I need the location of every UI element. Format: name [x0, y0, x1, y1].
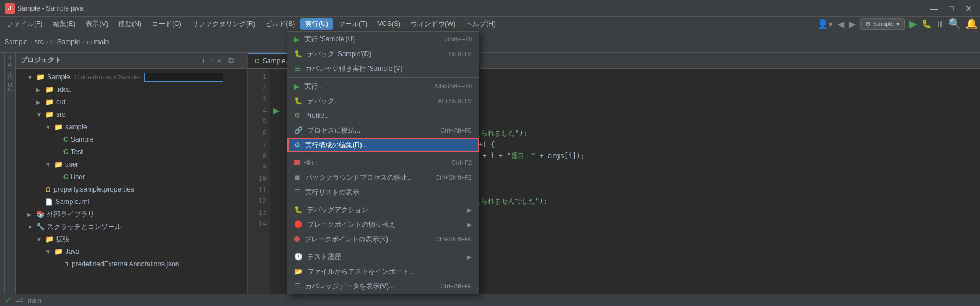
tree-item-ext-lib[interactable]: 📚 外部ライブラリ	[16, 208, 247, 220]
edit-config-label: 実行構成の編集(R)...	[305, 141, 368, 150]
run-menu-debug-actions[interactable]: 🐛 デバッグアクション ▶	[287, 202, 479, 217]
tree-item-out[interactable]: 📁 out	[16, 96, 247, 108]
run-config-selector[interactable]: ⚙ Sample ▾	[860, 18, 905, 30]
bg-stop-left: ⏹ バックグラウンドプロセスの停止...	[294, 173, 413, 182]
run-menu-run[interactable]: ▶ 実行... Alt+Shift+F10	[287, 79, 479, 94]
debug-sample-icon: 🐛	[294, 50, 303, 58]
folder-icon-out: 📁	[45, 98, 54, 106]
run-menu-coverage-data[interactable]: ☰ カバレッジデータを表示(V)... Ctrl+Alt+F6	[287, 279, 479, 294]
tree-item-user-pkg[interactable]: 📁 user	[16, 158, 247, 171]
tree-label-test-file: Test	[71, 148, 83, 156]
menu-item-help[interactable]: ヘルプ(H)	[461, 18, 500, 30]
tree-item-iml[interactable]: 📄 Sample.iml	[16, 196, 247, 208]
menu-item-navigate[interactable]: 移動(N)	[114, 18, 146, 30]
menu-item-file[interactable]: ファイル(F)	[2, 18, 47, 30]
stop-left: 停止	[294, 158, 318, 168]
tree-label-src: src	[56, 110, 65, 118]
add-icon[interactable]: +	[201, 56, 205, 65]
tree-item-user-file[interactable]: C User	[16, 171, 247, 183]
git-branch-name[interactable]: main	[28, 297, 41, 304]
minimize-button[interactable]: —	[927, 4, 942, 13]
debug-icon: 🐛	[294, 97, 303, 105]
run-menu-bg-stop[interactable]: ⏹ バックグラウンドプロセスの停止... Ctrl+Shift+F2	[287, 170, 479, 185]
menu-item-run[interactable]: 実行(U)	[300, 18, 333, 30]
run-menu-stop[interactable]: 停止 Ctrl+F2	[287, 155, 479, 170]
line-num-10: 10	[250, 173, 267, 184]
breadcrumb-sample[interactable]: Sample	[5, 38, 28, 46]
run-menu-coverage-sample[interactable]: ☰ カバレッジ付き実行 'Sample'(V)	[287, 61, 479, 76]
tree-label-idea: .idea	[56, 86, 71, 94]
tree-item-sample-file[interactable]: C Sample	[16, 133, 247, 146]
breadcrumb-src[interactable]: src	[35, 38, 44, 46]
close-button[interactable]: ✕	[962, 4, 975, 13]
maximize-button[interactable]: □	[946, 4, 957, 13]
menu-item-refactor[interactable]: リファクタリング(R)	[187, 18, 260, 30]
sep2: ›	[46, 38, 48, 46]
tree-item-idea[interactable]: 📁 .idea	[16, 83, 247, 96]
menu-item-vcs[interactable]: VCS(S)	[373, 19, 405, 29]
debug-label: デバッグ...	[307, 96, 340, 106]
run-menu-toggle-bp[interactable]: 🔴 ブレークポイントの切り替え ▶	[287, 217, 479, 232]
tree-item-props[interactable]: 🗒 property.sample.properties	[16, 183, 247, 196]
run-menu-profile[interactable]: ⚙ Profile...	[287, 108, 479, 123]
run-menu-run-list[interactable]: ☰ 実行リストの表示	[287, 185, 479, 199]
notifications-icon[interactable]: 🔔	[965, 18, 978, 30]
minimize-panel-icon[interactable]: −	[238, 56, 243, 65]
folder-icon-src: 📁	[45, 110, 54, 118]
run-menu-import-test[interactable]: 📂 ファイルからテストをインポート...	[287, 264, 479, 279]
debug-action-icon[interactable]: 🐛	[922, 19, 931, 28]
run-menu-debug[interactable]: 🐛 デバッグ... Alt+Shift+F9	[287, 94, 479, 108]
breadcrumb-main[interactable]: main	[94, 38, 109, 46]
tree-item-test-file[interactable]: C Test	[16, 146, 247, 158]
menu-item-edit[interactable]: 編集(E)	[48, 18, 80, 30]
attach-left: 🔗 プロセスに接続...	[294, 126, 360, 135]
rename-input[interactable]	[144, 73, 223, 82]
menu-item-view[interactable]: 表示(V)	[81, 18, 113, 30]
forward-icon[interactable]: ▶	[849, 19, 856, 29]
tree-label-props: property.sample.properties	[54, 185, 134, 193]
run-menu-debug-sample[interactable]: 🐛 デバッグ 'Sample'(D) Shift+F9	[287, 46, 479, 61]
folder-icon-user-pkg: 📁	[54, 160, 63, 168]
test-history-label: テスト履歴	[307, 252, 341, 262]
menu-item-code[interactable]: コード(C)	[147, 18, 186, 30]
run-menu-run-sample[interactable]: ▶ 実行 'Sample'(U) Shift+F10	[287, 32, 479, 46]
menu-item-tools[interactable]: ツール(T)	[334, 18, 372, 30]
line-num-5: 5	[250, 116, 267, 128]
run-menu-show-bp[interactable]: ブレークポイントの表示(K)... Ctrl+Shift+F8	[287, 232, 479, 246]
attach-icon: 🔗	[294, 126, 303, 134]
coverage-action-icon[interactable]: ⏸	[936, 19, 944, 28]
tree-item-scratch[interactable]: 🔧 スクラッチとコンソール	[16, 220, 247, 233]
line-num-8: 8	[250, 150, 267, 162]
tree-item-predefined[interactable]: 🗒 predefinedExternalAnnotations.json	[16, 258, 247, 270]
stop-icon	[294, 160, 300, 165]
coverage-data-label: カバレッジデータを表示(V)...	[305, 282, 394, 291]
menu-item-build[interactable]: ビルド(B)	[261, 18, 299, 30]
account-icon[interactable]: 👤▾	[817, 19, 833, 29]
gutter-run-4[interactable]: ▶	[270, 105, 282, 116]
search-everywhere-icon[interactable]: 🔍	[948, 18, 961, 30]
tree-item-sample-root[interactable]: 📁 Sample C:\IdeaProjects\Sample	[16, 71, 247, 83]
settings-icon[interactable]: ⚙	[227, 56, 235, 65]
run-menu-test-history[interactable]: 🕐 テスト履歴 ▶	[287, 249, 479, 264]
line-num-9: 9	[250, 162, 267, 173]
edit-config-left: ⚙ 実行構成の編集(R)...	[294, 141, 368, 150]
gutter-13	[270, 207, 282, 218]
tree-label-java-folder: Java	[65, 248, 79, 256]
tree-item-src[interactable]: 📁 src	[16, 108, 247, 121]
project-tab[interactable]: プロジェクト	[5, 55, 15, 100]
tree-item-ext-folder[interactable]: 📁 拡張	[16, 233, 247, 245]
divider-2	[287, 154, 479, 154]
collapse-icon[interactable]: ⇤	[217, 56, 224, 65]
tree-item-java-folder[interactable]: 📁 Java	[16, 245, 247, 258]
stop-label: 停止	[304, 158, 318, 168]
menu-item-window[interactable]: ウィンドウ(W)	[406, 18, 460, 30]
debug-sample-label: デバッグ 'Sample'(D)	[307, 49, 371, 59]
line-num-3: 3	[250, 94, 267, 105]
back-icon[interactable]: ◀	[837, 19, 844, 29]
breadcrumb-sample-file[interactable]: Sample	[57, 38, 80, 46]
list-icon[interactable]: ≡	[209, 56, 214, 65]
tree-item-sample-pkg[interactable]: 📁 sample	[16, 121, 247, 133]
run-menu-attach[interactable]: 🔗 プロセスに接続... Ctrl+Alt+F5	[287, 123, 479, 138]
run-menu-edit-config[interactable]: ⚙ 実行構成の編集(R)...	[287, 138, 479, 152]
run-action-icon[interactable]: ▶	[909, 18, 917, 30]
